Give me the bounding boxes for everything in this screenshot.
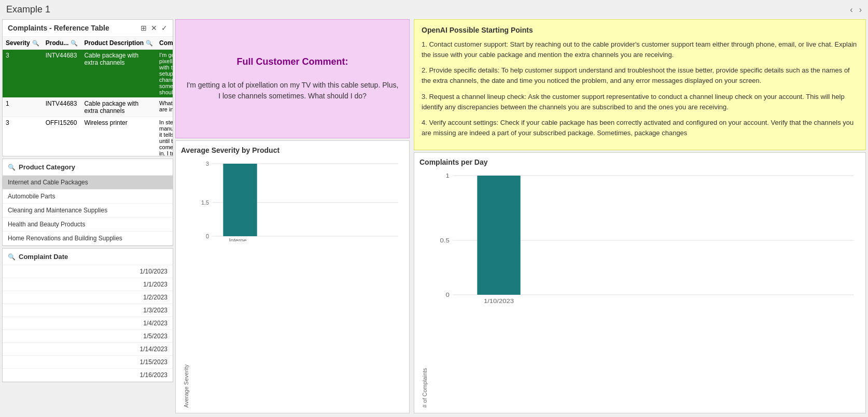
complaint-date-header: 🔍 Complaint Date [3,249,173,265]
cell-complaint-text: What many spoons are in the set [156,98,173,117]
svg-text:3: 3 [206,161,209,167]
next-button[interactable]: › [859,5,862,15]
openai-paragraph: 4. Verify account settings: Check if you… [422,118,858,138]
list-item[interactable]: 1/16/2023 [3,369,173,382]
avg-severity-box: Average Severity by Product Average Seve… [175,140,410,413]
list-item[interactable]: Cleaning and Maintenance Supplies [3,204,173,218]
openai-paragraph: 3. Request a channel lineup check: Ask t… [422,92,858,112]
list-item[interactable]: Health and Beauty Products [3,218,173,232]
svg-text:0: 0 [445,292,450,298]
check-icon[interactable]: ✓ [161,24,167,32]
product-category-list[interactable]: Internet and Cable PackagesAutomobile Pa… [3,176,173,246]
reference-table: Severity 🔍 Produ... 🔍 [3,37,173,156]
cell-product-id: INTV44683 [43,98,81,117]
full-comment-box: Full Customer Comment: I'm getting a lot… [175,19,410,138]
list-item[interactable]: Home Renovations and Building Supplies [3,232,173,246]
list-item[interactable]: 1/14/2023 [3,343,173,356]
page-header: Example 1 ‹ › [0,0,868,19]
filter-search-icon: 🔍 [8,164,16,171]
list-item[interactable]: Internet and Cable Packages [3,176,173,190]
right-panel: OpenAI Possible Starting Points 1. Conta… [412,19,866,413]
table-row[interactable]: 1 INTV44683 Cable package with extra cha… [3,98,173,117]
table-scroll[interactable]: Severity 🔍 Produ... 🔍 [3,37,173,156]
left-panel: Complaints - Reference Table ⊞ ✕ ✓ Sever… [2,19,173,413]
cell-product-id: INTV44683 [43,50,81,98]
cell-severity: 3 [3,117,43,156]
cell-product-desc: Cable package with extra channels [81,50,156,98]
complaints-per-day-svg: 1 0.5 0 1/10/2023 Date [428,170,860,305]
cell-product-desc: Cable package with extra channels [81,98,156,117]
close-icon[interactable]: ✕ [151,24,157,32]
product-id-search-icon[interactable]: 🔍 [71,40,78,47]
cell-severity: 3 [3,50,43,98]
main-layout: Complaints - Reference Table ⊞ ✕ ✓ Sever… [0,19,868,415]
cell-complaint-text: In step 3 of the manual on page 45, it t… [156,117,173,156]
avg-severity-chart-area: Average Severity 3 1.5 0 Interne... [181,159,404,408]
complaints-per-day-title: Complaints per Day [419,158,860,166]
prev-button[interactable]: ‹ [850,5,852,15]
list-item[interactable]: Automobile Parts [3,190,173,204]
cell-product-id: OFFI15260 [43,117,81,156]
table-row[interactable]: 3 OFFI15260 Wireless printer In step 3 o… [3,117,173,156]
cell-complaint-text: I'm getting a lot of pixellation on my T… [156,50,173,98]
product-category-label: Product Category [19,163,75,171]
reference-table-title: Complaints - Reference Table [8,24,109,32]
complaint-date-filter: 🔍 Complaint Date 1/10/2023 1/1/20231/2/2… [2,248,173,382]
svg-rect-14 [477,176,520,295]
page-title: Example 1 [6,4,50,15]
openai-header: OpenAI Possible Starting Points [422,26,858,39]
date-filter-search-icon: 🔍 [8,253,16,261]
col-product-id: Produ... 🔍 [43,37,81,50]
complaint-date-label: Complaint Date [19,253,68,261]
list-item[interactable]: 1/15/2023 [3,356,173,369]
table-header-icons: ⊞ ✕ ✓ [141,24,167,32]
col-complaint-text: ComplaintText 🔍 [156,37,173,50]
col-product-desc: Product Description 🔍 [81,37,156,50]
svg-text:0.5: 0.5 [440,237,450,244]
svg-text:1.5: 1.5 [201,200,209,206]
table-row[interactable]: 3 INTV44683 Cable package with extra cha… [3,50,173,98]
middle-panel: Full Customer Comment: I'm getting a lot… [173,19,412,413]
openai-box: OpenAI Possible Starting Points 1. Conta… [414,19,866,150]
svg-text:Interne...: Interne... [229,238,251,241]
product-desc-search-icon[interactable]: 🔍 [146,40,153,47]
date-first-item[interactable]: 1/10/2023 [3,265,173,278]
severity-search-icon[interactable]: 🔍 [32,40,39,47]
avg-severity-svg: 3 1.5 0 Interne... [189,159,404,241]
col-severity: Severity 🔍 [3,37,43,50]
full-comment-text: I'm getting a lot of pixellation on my T… [186,80,399,102]
cell-product-desc: Wireless printer [81,117,156,156]
list-item[interactable]: 1/5/2023 [3,330,173,343]
product-category-filter: 🔍 Product Category Internet and Cable Pa… [2,159,173,246]
avg-severity-title: Average Severity by Product [181,146,404,154]
complaints-per-day-box: Complaints per Day # of Complaints 1 0.5… [414,152,866,413]
avg-severity-y-label: Average Severity [181,159,189,408]
svg-text:0: 0 [206,234,209,239]
cell-severity: 1 [3,98,43,117]
complaints-per-day-y-label: # of Complaints [419,170,428,408]
openai-text: 1. Contact customer support: Start by re… [422,39,858,138]
list-item[interactable]: 1/1/2023 [3,278,173,291]
product-category-header: 🔍 Product Category [3,159,173,176]
reference-table-header: Complaints - Reference Table ⊞ ✕ ✓ [3,20,173,37]
svg-text:1/10/2023: 1/10/2023 [484,298,514,305]
nav-arrows: ‹ › [850,5,862,15]
openai-paragraph: 1. Contact customer support: Start by re… [422,39,858,60]
svg-rect-6 [223,164,257,236]
openai-paragraph: 2. Provide specific details: To help cus… [422,65,858,86]
list-item[interactable]: 1/4/2023 [3,317,173,330]
settings-icon[interactable]: ⊞ [141,24,147,32]
svg-text:1: 1 [445,172,450,179]
list-item[interactable]: 1/2/2023 [3,291,173,304]
reference-table-container: Complaints - Reference Table ⊞ ✕ ✓ Sever… [2,19,173,156]
openai-title: OpenAI Possible Starting Points [422,26,533,34]
complaint-date-list[interactable]: 1/1/20231/2/20231/3/20231/4/20231/5/2023… [3,278,173,382]
full-comment-title: Full Customer Comment: [236,56,348,67]
complaints-per-day-chart-area: # of Complaints 1 0.5 0 1/10/2023 [419,170,860,408]
list-item[interactable]: 1/3/2023 [3,304,173,317]
